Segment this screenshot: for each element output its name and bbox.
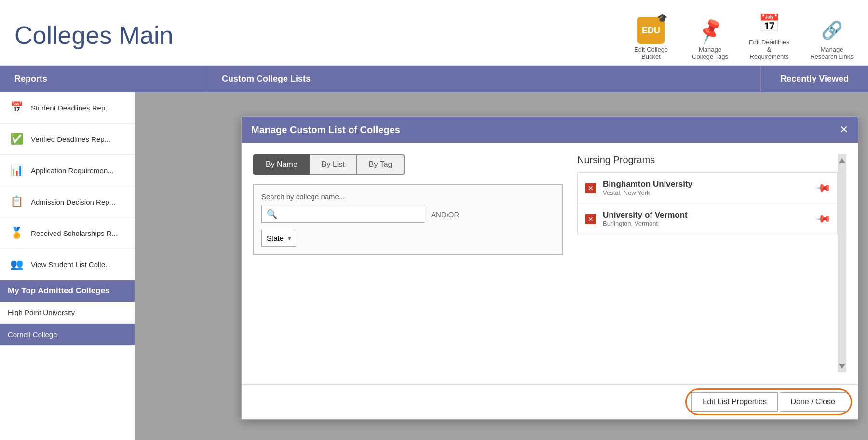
pin-vermont-icon[interactable]: 📌 [814,210,832,228]
modal-body: By Name By List By Tag Search by college… [242,143,858,384]
sidebar-item-application-requirements[interactable]: 📊 Application Requiremen... [0,155,135,186]
search-row: 🔍 AND/OR [261,206,555,223]
sidebar-item-admission-decision[interactable]: 📋 Admission Decision Rep... [0,186,135,218]
list-title: Nursing Programs [577,154,838,165]
modal-title: Manage Custom List of Colleges [251,124,400,136]
vermont-info: University of Vermont Burlington, Vermon… [603,210,816,227]
pin-binghamton-icon[interactable]: 📌 [814,179,832,197]
tab-by-list[interactable]: By List [310,154,357,175]
sidebar-college-cornell[interactable]: Cornell College [0,324,135,346]
sidebar-item-verified-deadlines[interactable]: ✅ Verified Deadlines Rep... [0,124,135,155]
link-icon: 🔗 [818,17,845,44]
sidebar-item-label-received-scholarships: Received Scholarships R... [31,229,118,237]
sidebar-item-label-verified-deadlines: Verified Deadlines Rep... [31,135,110,143]
state-select-wrap: State [261,230,296,247]
vermont-location: Burlington, Vermont [603,220,816,227]
binghamton-info: Binghamton University Vestal, New York [603,179,816,196]
header-icons: EDU Edit College Bucket 📌 ManageCollege … [629,10,854,60]
scroll-up-arrow[interactable] [839,158,845,163]
edu-icon: EDU [637,17,665,44]
modal-left-panel: By Name By List By Tag Search by college… [253,154,563,372]
edit-college-bucket-icon-item[interactable]: EDU Edit College Bucket [629,17,673,60]
content-area: 10 students Manage Custom List of Colleg… [135,92,868,440]
sidebar-item-label-student-deadlines: Student Deadlines Rep... [31,104,111,112]
search-input-wrap[interactable]: 🔍 [261,206,425,223]
manage-custom-list-modal: Manage Custom List of Colleges ✕ By Name… [241,116,858,420]
tab-reports[interactable]: Reports [0,66,207,92]
tab-by-name[interactable]: By Name [253,154,310,175]
and-or-label: AND/OR [431,210,459,219]
medal-icon: 🏅 [8,224,25,242]
calendar-check-icon: 📅 [8,99,25,116]
my-top-admitted-colleges-header: My Top Admitted Colleges [0,280,135,302]
tab-by-tag[interactable]: By Tag [357,154,405,175]
edit-deadlines-label: Edit Deadlines& Requirements [747,39,791,60]
modal-right-wrap: Nursing Programs ✕ Binghamton University… [577,154,846,372]
footer-button-group: Edit List Properties Done / Close [691,392,846,412]
sidebar-college-high-point[interactable]: High Point University [0,302,135,324]
clipboard-icon: 📋 [8,193,25,210]
bar-chart-icon: 📊 [8,162,25,179]
page-header: Colleges Main EDU Edit College Bucket 📌 … [0,0,868,66]
edit-college-bucket-label: Edit College Bucket [629,46,673,60]
edit-deadlines-icon-item[interactable]: 📅 Edit Deadlines& Requirements [747,10,791,60]
sidebar-item-label-admission-decision: Admission Decision Rep... [31,198,115,206]
modal-footer: Edit List Properties Done / Close [242,384,858,419]
search-icon: 🔍 [267,209,277,220]
search-box: Search by college name... 🔍 AND/OR State [253,184,563,255]
state-select[interactable]: State [261,230,296,247]
modal-header: Manage Custom List of Colleges ✕ [242,117,858,143]
sidebar-item-label-view-student-list: View Student List Colle... [31,261,111,269]
checkmark-icon: ✅ [8,130,25,148]
manage-research-links-label: Manage Research Links [810,46,854,60]
search-label: Search by college name... [261,192,555,201]
college-list-item-binghamton: ✕ Binghamton University Vestal, New York… [578,173,837,204]
scroll-down-arrow[interactable] [839,364,845,369]
remove-binghamton-button[interactable]: ✕ [585,183,596,193]
sidebar: 📅 Student Deadlines Rep... ✅ Verified De… [0,92,135,440]
calendar-icon: 📅 [756,10,783,37]
modal-close-button[interactable]: ✕ [840,124,848,136]
search-input[interactable] [280,210,420,219]
sidebar-item-received-scholarships[interactable]: 🏅 Received Scholarships R... [0,218,135,249]
modal-search-tabs: By Name By List By Tag [253,154,563,175]
main-layout: 📅 Student Deadlines Rep... ✅ Verified De… [0,92,868,440]
done-close-button[interactable]: Done / Close [780,392,847,412]
college-list-item-vermont: ✕ University of Vermont Burlington, Verm… [578,204,837,234]
pushpin-icon: 📌 [693,13,728,48]
binghamton-name: Binghamton University [603,179,816,189]
modal-scrollbar [838,154,846,372]
modal-right-panel: Nursing Programs ✕ Binghamton University… [577,154,838,372]
edit-list-properties-button[interactable]: Edit List Properties [691,392,778,412]
sidebar-item-view-student-list[interactable]: 👥 View Student List Colle... [0,249,135,280]
vermont-name: University of Vermont [603,210,816,220]
tabs-bar: Reports Custom College Lists Recently Vi… [0,66,868,92]
manage-college-tags-label: ManageCollege Tags [692,46,728,60]
tab-custom-college-lists[interactable]: Custom College Lists [207,66,760,92]
page-title: Colleges Main [14,21,174,50]
binghamton-location: Vestal, New York [603,189,816,196]
manage-research-links-icon-item[interactable]: 🔗 Manage Research Links [810,17,854,60]
sidebar-item-student-deadlines[interactable]: 📅 Student Deadlines Rep... [0,92,135,124]
tab-recently-viewed[interactable]: Recently Viewed [760,66,868,92]
sidebar-item-label-application-requirements: Application Requiremen... [31,166,114,175]
manage-college-tags-icon-item[interactable]: 📌 ManageCollege Tags [692,17,728,60]
remove-vermont-button[interactable]: ✕ [585,214,596,224]
college-list: ✕ Binghamton University Vestal, New York… [577,172,838,234]
people-icon: 👥 [8,256,25,273]
